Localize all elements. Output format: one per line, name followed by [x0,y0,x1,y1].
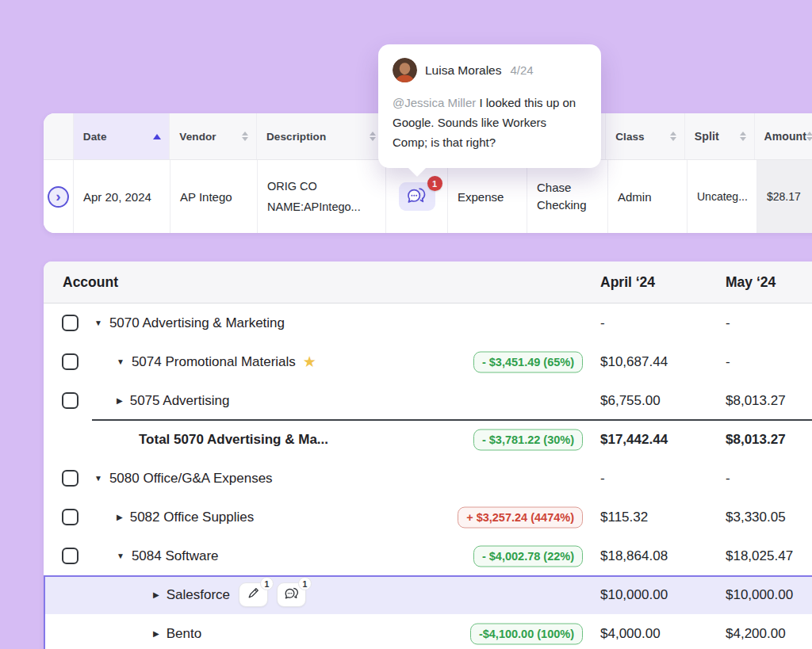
transaction-class: Admin [618,190,652,204]
edit-note-button[interactable]: 1 [239,582,268,607]
sort-icon[interactable] [670,132,676,141]
may-value: - [726,315,730,331]
amount-cell[interactable]: $28.17 [757,160,812,233]
sort-icon[interactable] [806,132,812,141]
row-checkbox[interactable] [62,548,79,564]
account-row[interactable]: ▼ 5070 Advertising & Marketing - - [44,304,812,342]
account-name[interactable]: 5082 Office Supplies [130,510,255,525]
account-name[interactable]: 5070 Advertising & Marketing [109,315,285,331]
total-label: Total 5070 Advertising & Ma... [139,432,328,448]
caret-right-icon[interactable]: ▶ [117,513,123,521]
column-header-date[interactable]: Date [74,113,170,159]
column-header-description[interactable]: Description [257,113,385,159]
avatar [393,58,417,82]
row-comment-count-badge: 1 [298,577,312,590]
april-value: $4,000.00 [600,626,661,642]
column-header-vendor[interactable]: Vendor [170,113,257,159]
column-header-class[interactable]: Class [606,113,685,159]
april-value: $17,442.44 [600,432,668,448]
vendor-cell[interactable]: AP Intego [170,160,258,233]
column-header-split[interactable]: Split [685,113,755,159]
comment-button[interactable]: 1 [399,182,435,211]
split-cell[interactable]: Uncateg... [688,160,757,233]
may-value: - [726,354,730,370]
account-row[interactable]: ▶ 5082 Office Supplies + $3,257.24 (4474… [44,498,812,536]
april-value: $10,000.00 [600,587,668,603]
caret-down-icon[interactable]: ▼ [94,319,102,327]
account-cell[interactable]: Chase Checking [527,160,608,233]
comment-count-badge: 1 [427,176,442,191]
column-header-amount[interactable]: Amount [755,113,812,159]
caret-right-icon[interactable]: ▶ [153,630,159,638]
report-header-april: April ‘24 [600,274,655,291]
description-cell[interactable]: ORIG CO NAME:APIntego... [258,160,386,233]
row-checkbox[interactable] [62,470,79,487]
variance-badge[interactable]: + $3,257.24 (4474%) [458,506,583,528]
transaction-vendor: AP Intego [180,190,232,204]
may-value: $8,013.27 [726,393,786,409]
caret-right-icon[interactable]: ▶ [117,397,123,405]
caret-right-icon[interactable]: ▶ [153,591,159,599]
account-name[interactable]: 5074 Promotional Materials [132,354,296,370]
account-row[interactable]: ▼ 5080 Office/G&A Expenses - - [44,459,812,498]
report-header-account: Account [63,274,118,291]
mention-link[interactable]: @Jessica Miller [393,96,476,109]
expand-column-header [44,113,74,159]
caret-down-icon[interactable]: ▼ [117,552,124,560]
star-icon[interactable]: ★ [303,354,316,369]
sort-icon[interactable] [740,132,746,141]
row-comment-button[interactable]: 1 [277,582,306,607]
variance-badge[interactable]: - $3,781.22 (30%) [473,429,583,450]
account-name[interactable]: Bento [167,626,201,642]
sort-icon[interactable] [370,132,376,141]
date-cell[interactable]: Apr 20, 2024 [74,160,170,233]
account-name[interactable]: 5084 Software [132,548,219,564]
account-name[interactable]: 5075 Advertising [130,393,230,409]
transaction-split: Uncateg... [697,190,748,203]
class-cell[interactable]: Admin [608,160,688,233]
variance-badge[interactable]: - $3,451.49 (65%) [473,351,583,372]
comment-body: @Jessica Miller I looked this up on Goog… [393,93,581,152]
expand-row-button[interactable]: › [48,186,69,208]
description-line1: ORIG CO [267,176,361,197]
may-value: $10,000.00 [726,587,793,603]
report-header-row: Account April ‘24 May ‘24 [44,262,812,304]
variance-badge[interactable]: - $4,002.78 (22%) [473,545,583,567]
type-cell[interactable]: Expense [448,160,527,233]
transaction-type: Expense [458,190,504,204]
variance-badge[interactable]: -$4,100.00 (100%) [470,623,583,644]
may-value: $18,025.47 [726,548,793,564]
may-value: $8,013.27 [726,432,786,448]
account-name[interactable]: 5080 Office/G&A Expenses [109,471,273,487]
account-row[interactable]: ▼ 5074 Promotional Materials ★ - $3,451.… [44,342,812,381]
row-checkbox[interactable] [62,392,79,409]
account-row[interactable]: ▶ Bento -$4,100.00 (100%) $4,000.00 $4,2… [44,614,812,649]
chat-bubbles-icon [284,586,300,604]
transaction-amount: $28.17 [767,190,801,203]
expand-cell: › [44,160,74,233]
edit-count-badge: 1 [260,577,274,590]
may-value: $4,200.00 [726,626,786,642]
row-checkbox[interactable] [62,315,79,331]
account-row[interactable]: ▶ 5075 Advertising $6,755.00 $8,013.27 [44,381,812,420]
chevron-right-icon: › [56,189,60,204]
caret-down-icon[interactable]: ▼ [94,475,102,483]
comment-date: 4/24 [511,63,534,77]
pen-icon [247,586,260,603]
account-row[interactable]: ▼ 5084 Software - $4,002.78 (22%) $18,86… [44,536,812,575]
report-table: Account April ‘24 May ‘24 ▼ 5070 Adverti… [44,262,812,649]
row-checkbox[interactable] [62,509,79,525]
row-checkbox[interactable] [62,353,79,370]
april-value: - [600,315,605,331]
caret-down-icon[interactable]: ▼ [117,358,124,366]
account-name[interactable]: Salesforce [167,587,230,603]
split-header-label: Split [695,130,719,143]
sort-ascending-icon[interactable] [153,134,161,139]
account-row-selected[interactable]: ▶ Salesforce 1 [44,575,812,614]
sort-icon[interactable] [242,132,248,141]
description-line2: NAME:APIntego... [267,197,361,217]
comment-author: Luisa Morales [425,63,502,78]
april-value: $10,687.44 [600,354,668,370]
may-value: $3,330.05 [726,510,786,525]
transaction-row[interactable]: › Apr 20, 2024 AP Intego ORIG CO NAME:AP… [44,160,812,233]
